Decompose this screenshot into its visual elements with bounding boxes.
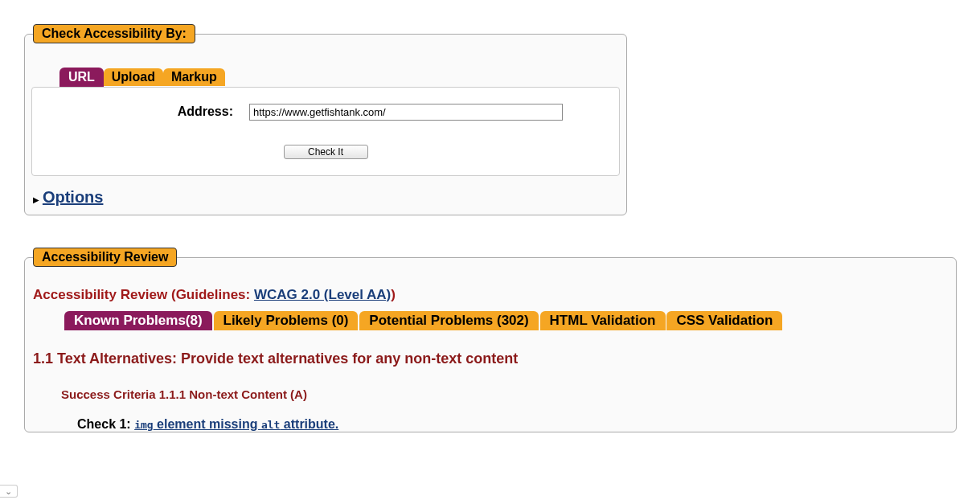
tab-url[interactable]: URL (59, 68, 104, 87)
tab-known-problems[interactable]: Known Problems(8) (64, 311, 212, 330)
tab-html-validation[interactable]: HTML Validation (540, 311, 666, 330)
url-tab-panel: Address: Check It (31, 87, 620, 176)
section-heading: 1.1 Text Alternatives: Provide text alte… (33, 350, 531, 367)
options-row: ▶ Options (25, 188, 626, 215)
check-label: Check 1: (77, 417, 134, 431)
address-input[interactable] (249, 104, 563, 121)
tab-likely-problems[interactable]: Likely Problems (0) (214, 311, 359, 330)
check-legend: Check Accessibility By: (33, 24, 195, 43)
accessibility-review-fieldset: Accessibility Review Accessibility Revie… (24, 248, 957, 432)
check-line: Check 1: img element missing alt attribu… (77, 417, 956, 432)
tab-markup[interactable]: Markup (163, 68, 225, 86)
tab-upload[interactable]: Upload (104, 68, 163, 86)
review-legend: Accessibility Review (33, 248, 177, 267)
review-header: Accessibility Review (Guidelines: WCAG 2… (33, 287, 956, 303)
options-link[interactable]: Options (43, 188, 104, 206)
review-tabs: Known Problems(8) Likely Problems (0) Po… (65, 311, 956, 330)
success-criteria: Success Criteria 1.1.1 Non-text Content … (61, 387, 956, 401)
check-link[interactable]: img element missing alt attribute. (134, 417, 338, 431)
check-it-button[interactable]: Check It (284, 145, 368, 159)
tab-potential-problems[interactable]: Potential Problems (302) (359, 311, 538, 330)
input-method-tabs: URL Upload Markup (61, 68, 626, 87)
address-row: Address: (39, 104, 613, 121)
address-label: Address: (88, 104, 249, 119)
chevron-down-icon[interactable]: ⌄ (0, 485, 18, 489)
guidelines-link[interactable]: WCAG 2.0 (Level AA) (254, 287, 391, 302)
expand-triangle-icon[interactable]: ▶ (33, 195, 39, 204)
check-accessibility-fieldset: Check Accessibility By: URL Upload Marku… (24, 24, 627, 215)
tab-css-validation[interactable]: CSS Validation (666, 311, 782, 330)
